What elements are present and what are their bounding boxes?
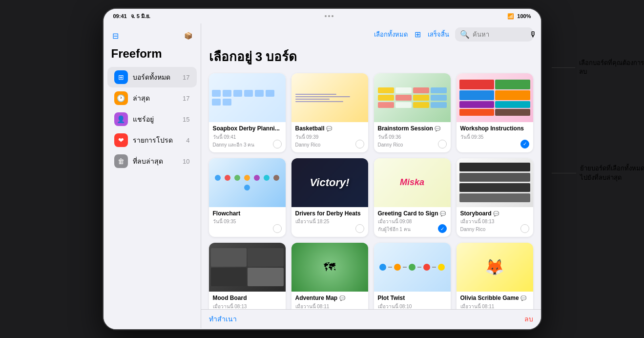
check-circle-2[interactable]	[355, 140, 364, 148]
sidebar-item-favorites[interactable]: ❤ รายการโปรด 4	[107, 130, 197, 150]
thumb-content-12: 🦊	[457, 243, 533, 292]
comment-icon-2: 💬	[326, 126, 332, 131]
board-thumbnail-11	[374, 243, 451, 292]
search-input[interactable]	[473, 31, 526, 38]
board-name-9: Mood Board	[213, 295, 282, 302]
comment-icon-7: 💬	[440, 211, 446, 216]
board-collab-8: Danny Rico	[460, 226, 529, 233]
check-circle-1[interactable]	[273, 140, 282, 148]
board-meta-12: เมื่อวานนี้ 08:11	[460, 303, 529, 309]
soapbox-item	[212, 99, 221, 106]
miska-text: Miska	[400, 177, 424, 188]
check-circle-5[interactable]	[273, 224, 282, 233]
brainstorm-grid	[374, 84, 451, 112]
sidebar-count-recent: 17	[183, 95, 189, 102]
mood-photos	[209, 246, 286, 288]
board-name-3: Brainstorm Session 💬	[378, 125, 447, 133]
comment-icon-12: 💬	[520, 296, 526, 301]
board-collab-7: กับผู้ใช้อีก 1 คน	[378, 226, 447, 233]
delete-button[interactable]: ลบ	[524, 314, 533, 324]
board-name-12: Olivia Scribble Game 💬	[460, 295, 529, 302]
board-meta-6: เมื่อวานนี้ 18:25	[295, 218, 364, 225]
date: จ. 5 มิ.ย.	[131, 12, 150, 21]
soapbox-item	[244, 90, 253, 97]
sidebar-item-shared[interactable]: 👤 แชร์อยู่ 15	[107, 109, 197, 129]
board-card-12[interactable]: 🦊 Olivia Scribble Game 💬 เมื่อวานนี้ 08:…	[457, 243, 533, 309]
ann-text-1: เลือกบอร์ดที่คุณต้องการลบ	[579, 59, 644, 76]
check-circle-4[interactable]: ✓	[520, 140, 529, 148]
sidebar-label-favorites: รายการโปรด	[133, 135, 182, 146]
board-card-1[interactable]: Soapbox Derby Planni... วันนี้ 09:41 Dan…	[209, 73, 286, 152]
board-name-7: Greeting Card to Sign 💬	[378, 210, 447, 218]
sidebar-count-favorites: 4	[186, 137, 189, 144]
search-bar[interactable]: 🔍 🎙	[455, 27, 533, 42]
board-card-8[interactable]: Storyboard 💬 เมื่อวานนี้ 08:13 Danny Ric…	[457, 158, 533, 237]
board-thumbnail-1	[209, 73, 286, 122]
board-card-7[interactable]: Miska Greeting Card to Sign 💬 เมื่อวานนี…	[374, 158, 451, 237]
check-circle-8[interactable]	[520, 224, 529, 233]
sidebar-item-deleted[interactable]: 🗑 ที่ลบล่าสุด 10	[107, 151, 197, 171]
board-thumbnail-4	[457, 73, 533, 122]
sidebar-label-shared: แชร์อยู่	[133, 114, 178, 125]
grid-view-icon[interactable]: ⊞	[415, 30, 421, 39]
deleted-icon: 🗑	[114, 154, 128, 168]
annotation-2: ย้ายบอร์ดที่เลือกทั้งหมด ไปยังที่ลบล่าสุ…	[552, 164, 644, 182]
board-name-10: Adventure Map 💬	[295, 295, 364, 302]
finish-link[interactable]: เสร็จสิ้น	[428, 29, 449, 40]
thumb-content-9	[209, 243, 286, 292]
board-card-10[interactable]: 🗺 Adventure Map 💬 เมื่อวานนี้ 08:11 Dann…	[291, 243, 368, 309]
sidebar-item-recent[interactable]: 🕐 ล่าสุด 17	[107, 88, 197, 108]
sidebar-count-shared: 15	[183, 116, 189, 123]
board-card-3[interactable]: Brainstorm Session 💬 วันนี้ 09:36 Danny …	[374, 73, 451, 152]
board-info-11: Plot Twist เมื่อวานนี้ 08:10	[374, 292, 451, 309]
thumb-content-10: 🗺	[291, 243, 368, 292]
sidebar-label-all: บอร์ดทั้งหมด	[133, 72, 178, 83]
board-card-11[interactable]: Plot Twist เมื่อวานนี้ 08:10 ✓	[374, 243, 451, 309]
board-collab-2: Danny Rico	[295, 142, 364, 148]
sidebar-toggle-button[interactable]: ⊟	[110, 30, 121, 41]
board-card-2[interactable]: Basketball 💬 วันนี้ 09:39 Danny Rico	[291, 73, 368, 152]
board-info-8: Storyboard 💬 เมื่อวานนี้ 08:13 Danny Ric…	[457, 207, 533, 237]
board-meta-10: เมื่อวานนี้ 08:11	[295, 303, 364, 309]
soapbox-item	[266, 90, 274, 97]
adventure-bg: 🗺	[291, 243, 368, 292]
board-card-6[interactable]: Victory! Drivers for Derby Heats เมื่อวา…	[291, 158, 368, 237]
home-indicator	[104, 328, 541, 330]
status-right: 📶 100%	[507, 13, 531, 20]
check-circle-6[interactable]	[355, 224, 364, 233]
copy-button[interactable]: ทำสำเนา	[209, 314, 237, 324]
board-name-1: Soapbox Derby Planni...	[213, 125, 282, 133]
select-all-link[interactable]: เลือกทั้งหมด	[374, 29, 408, 40]
comment-icon-3: 💬	[435, 126, 440, 131]
top-bar-links: เลือกทั้งหมด ⊞ เสร็จสิ้น	[374, 29, 449, 40]
app-title: Freeform	[104, 45, 201, 66]
plot-nodes	[375, 260, 449, 275]
board-meta-1: วันนี้ 09:41	[213, 134, 282, 141]
mic-icon[interactable]: 🎙	[529, 30, 537, 39]
board-info-10: Adventure Map 💬 เมื่อวานนี้ 08:11 Danny …	[291, 292, 368, 309]
soapbox-item	[255, 90, 264, 97]
board-meta-9: เมื่อวานนี้ 08:13	[213, 303, 282, 309]
sidebar-item-all[interactable]: ⊞ บอร์ดทั้งหมด 17	[107, 67, 197, 87]
workshop-thumb	[457, 77, 533, 119]
thumb-content-3	[374, 73, 451, 122]
thumb-content-6: Victory!	[291, 158, 368, 207]
annotation-1: เลือกบอร์ดที่คุณต้องการลบ	[552, 59, 644, 76]
check-circle-3[interactable]	[438, 140, 447, 148]
check-circle-7[interactable]: ✓	[438, 224, 447, 233]
board-card-5[interactable]: Flowchart วันนี้ 09:35	[209, 158, 286, 237]
main-container: ⊟ 📦 Freeform ⊞ บอร์ดทั้งหมด 17 🕐 ล่าสุด …	[104, 23, 541, 328]
board-card-9[interactable]: Mood Board เมื่อวานนี้ 08:13	[209, 243, 286, 309]
battery: 100%	[517, 13, 531, 19]
archive-button[interactable]: 📦	[183, 30, 194, 41]
thumb-content-5	[209, 158, 286, 207]
sidebar-label-recent: ล่าสุด	[133, 93, 178, 104]
board-collab-1: Danny และอีก 3 คน	[213, 142, 282, 148]
page-title: เลือกอยู่ 3 บอร์ด	[201, 45, 541, 71]
board-card-4[interactable]: Workshop Instructions วันนี้ 09:35 ✓	[457, 73, 533, 152]
board-name-4: Workshop Instructions	[460, 125, 529, 133]
board-meta-5: วันนี้ 09:35	[213, 218, 282, 225]
thumb-content-1	[209, 73, 286, 122]
soapbox-item	[212, 90, 221, 97]
sidebar-count-all: 17	[183, 74, 189, 81]
